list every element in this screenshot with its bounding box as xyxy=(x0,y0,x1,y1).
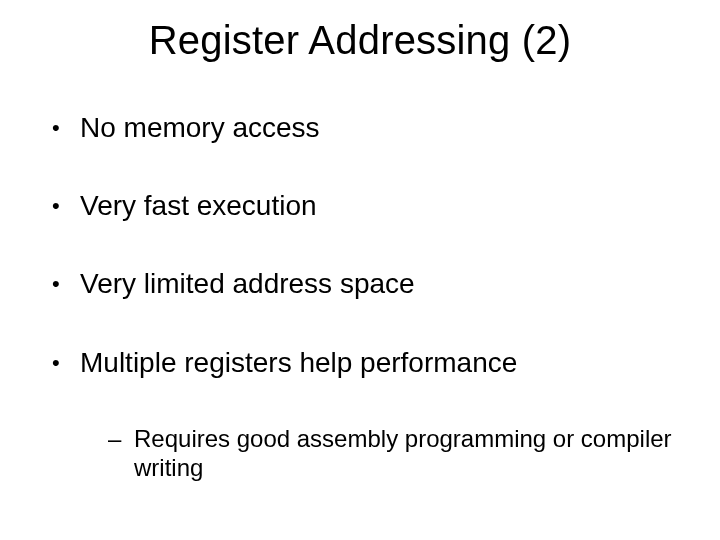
bullet-icon: • xyxy=(52,190,80,222)
bullet-text: No memory access xyxy=(80,112,320,144)
bullet-text: Multiple registers help performance xyxy=(80,347,517,379)
bullet-icon: • xyxy=(52,112,80,144)
dash-icon: – xyxy=(108,425,134,454)
bullet-item: • Multiple registers help performance xyxy=(52,347,680,379)
bullet-text: Very limited address space xyxy=(80,268,415,300)
bullet-text: Very fast execution xyxy=(80,190,317,222)
slide-title: Register Addressing (2) xyxy=(0,18,720,63)
bullet-item: • Very fast execution xyxy=(52,190,680,222)
bullet-icon: • xyxy=(52,347,80,379)
slide: Register Addressing (2) • No memory acce… xyxy=(0,0,720,540)
sub-bullet-text: Requires good assembly programming or co… xyxy=(134,425,680,483)
sub-bullet-item: – Requires good assembly programming or … xyxy=(108,425,680,483)
slide-content: • No memory access • Very fast execution… xyxy=(52,112,680,482)
bullet-icon: • xyxy=(52,268,80,300)
bullet-item: • Very limited address space xyxy=(52,268,680,300)
bullet-item: • No memory access xyxy=(52,112,680,144)
